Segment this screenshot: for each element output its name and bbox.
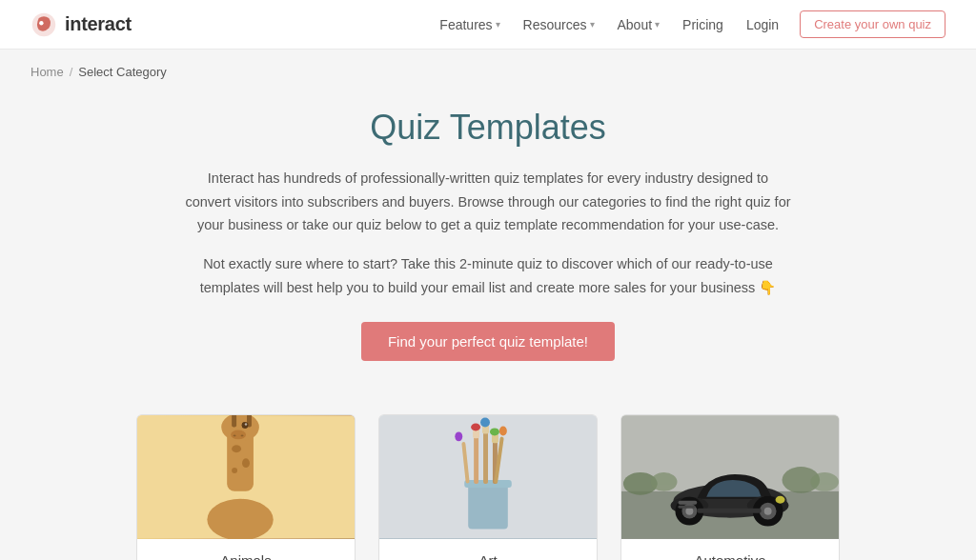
- svg-point-1: [39, 21, 43, 25]
- svg-point-24: [480, 418, 490, 428]
- main-nav: Features ▾ Resources ▾ About ▾ Pricing L…: [430, 10, 946, 38]
- svg-point-9: [231, 430, 246, 440]
- category-card-art[interactable]: Art: [378, 414, 598, 560]
- svg-rect-22: [483, 430, 488, 485]
- svg-point-48: [685, 508, 693, 515]
- svg-point-7: [242, 422, 249, 429]
- svg-point-14: [232, 468, 237, 473]
- logo[interactable]: interact: [30, 11, 132, 38]
- svg-point-31: [455, 432, 462, 442]
- svg-rect-19: [474, 435, 478, 485]
- svg-point-29: [499, 427, 507, 436]
- category-card-automotive[interactable]: Automotive: [620, 414, 840, 560]
- svg-point-49: [776, 496, 785, 504]
- svg-rect-17: [468, 482, 508, 530]
- svg-point-15: [207, 499, 273, 539]
- category-image-auto: [621, 415, 839, 539]
- svg-point-45: [764, 508, 772, 515]
- category-image-animals: [137, 415, 355, 539]
- chevron-down-icon: ▾: [496, 19, 500, 30]
- auto-illustration: [621, 415, 839, 539]
- page-title: Quiz Templates: [185, 108, 791, 148]
- login-link[interactable]: Login: [737, 11, 788, 38]
- category-image-art: [379, 415, 597, 539]
- svg-rect-50: [697, 509, 761, 513]
- category-label-automotive: Automotive: [621, 539, 839, 560]
- svg-point-27: [490, 429, 499, 436]
- breadcrumb-current: Select Category: [78, 65, 167, 79]
- category-label-animals: Animals: [137, 539, 355, 560]
- svg-rect-5: [232, 415, 236, 427]
- animals-illustration: [137, 415, 355, 539]
- breadcrumb-separator: /: [70, 65, 73, 79]
- logo-text: interact: [65, 13, 132, 35]
- breadcrumb-home[interactable]: Home: [30, 65, 64, 79]
- svg-point-12: [232, 445, 241, 452]
- nav-resources[interactable]: Resources ▾: [514, 11, 604, 38]
- chevron-down-icon: ▾: [590, 19, 595, 30]
- svg-point-13: [242, 458, 250, 468]
- svg-point-37: [651, 472, 678, 491]
- hero-description: Interact has hundreds of professionally-…: [185, 167, 791, 237]
- nav-about[interactable]: About ▾: [608, 11, 670, 38]
- logo-icon: [30, 11, 57, 38]
- category-card-animals[interactable]: Animals: [136, 414, 356, 560]
- nav-pricing[interactable]: Pricing: [673, 11, 733, 38]
- svg-rect-51: [678, 501, 697, 505]
- svg-point-39: [810, 472, 839, 491]
- nav-features[interactable]: Features ▾: [430, 11, 509, 38]
- header: interact Features ▾ Resources ▾ About ▾ …: [0, 0, 976, 50]
- hero-section: Quiz Templates Interact has hundreds of …: [154, 79, 822, 391]
- category-label-art: Art: [379, 539, 597, 560]
- chevron-down-icon: ▾: [655, 19, 660, 30]
- create-quiz-button[interactable]: Create your own quiz: [800, 10, 946, 38]
- categories-grid: Animals: [0, 391, 976, 560]
- svg-point-8: [245, 424, 247, 426]
- svg-point-11: [241, 435, 244, 437]
- breadcrumb: Home / Select Category: [0, 50, 976, 79]
- art-illustration: [379, 415, 597, 539]
- svg-rect-52: [678, 506, 695, 509]
- find-quiz-button[interactable]: Find your perfect quiz template!: [361, 322, 615, 361]
- hero-description-2: Not exactly sure where to start? Take th…: [185, 252, 791, 299]
- svg-point-10: [234, 435, 236, 437]
- svg-point-21: [471, 424, 480, 431]
